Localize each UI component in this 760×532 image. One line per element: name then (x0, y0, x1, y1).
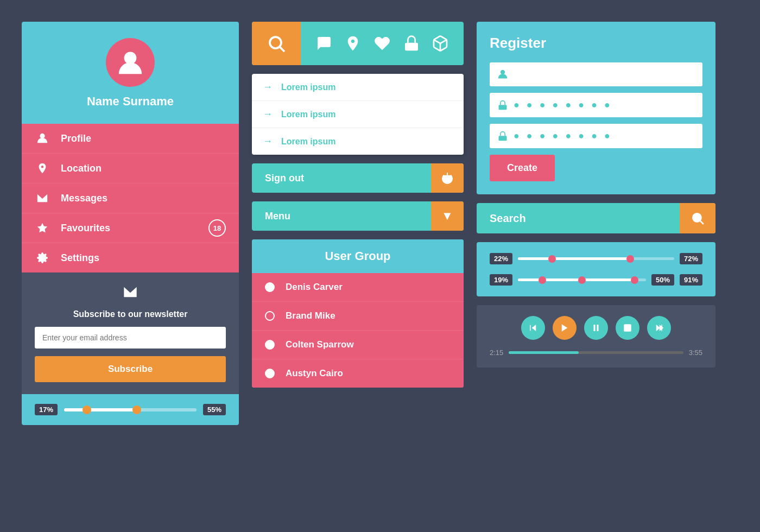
slider-pct1: 17% (35, 404, 58, 415)
slider-r1-p1: 22% (490, 253, 512, 264)
player-controls (490, 316, 702, 340)
svg-marker-13 (532, 325, 536, 331)
star-icon (35, 222, 50, 234)
nav-label-profile: Profile (61, 133, 91, 144)
progress-fill (509, 351, 579, 354)
register-title: Register (490, 35, 702, 52)
svg-rect-18 (624, 324, 631, 332)
slider-track-r2[interactable] (518, 278, 646, 281)
svg-line-4 (280, 47, 284, 52)
svg-marker-15 (562, 324, 568, 332)
svg-point-3 (270, 37, 281, 48)
newsletter-section: Subscribe to our newsletter Subscribe (22, 273, 239, 394)
box-icon[interactable] (432, 35, 449, 52)
sliders-card: 22% 72% 19% 50% 91% (477, 242, 715, 296)
slider-row-r2: 19% 50% 91% (490, 274, 702, 286)
right-panel: Register ● ● ● ● ● ● ● ● ● ● ● ● ● ● ● ●… (477, 22, 715, 368)
power-icon (431, 163, 464, 193)
middle-panel: → Lorem ipsum → Lorem ipsum → Lorem ipsu… (252, 22, 464, 388)
user-group-card: User Group Denis Carver Brand Mike Colte… (252, 239, 464, 388)
nav-label-favourites: Favourites (61, 223, 110, 234)
user-name-4: Austyn Cairo (286, 368, 343, 379)
slider-r1-p2: 72% (680, 253, 702, 264)
progress-track[interactable] (509, 351, 683, 354)
nav-item-settings[interactable]: Settings (22, 243, 239, 273)
menu-button[interactable]: Menu ▼ (252, 201, 464, 231)
dropdown-item-2[interactable]: → Lorem ipsum (252, 101, 464, 128)
nav-item-messages[interactable]: Messages (22, 183, 239, 213)
register-password-field[interactable]: ● ● ● ● ● ● ● ● (490, 93, 702, 117)
arrow-right-icon-2: → (263, 109, 273, 120)
newsletter-envelope-icon (123, 284, 138, 302)
play-button[interactable] (553, 316, 577, 340)
subscribe-button[interactable]: Subscribe (35, 356, 226, 382)
user-row-3[interactable]: Colten Sparrow (252, 331, 464, 359)
time-start: 2:15 (490, 349, 503, 357)
chevron-down-icon: ▼ (431, 201, 464, 231)
slider-track-r1[interactable] (518, 257, 674, 260)
register-card: Register ● ● ● ● ● ● ● ● ● ● ● ● ● ● ● ●… (477, 22, 715, 194)
user-row-4[interactable]: Austyn Cairo (252, 359, 464, 388)
arrow-right-icon-1: → (263, 81, 273, 93)
svg-rect-17 (597, 325, 599, 331)
dropdown-menu: → Lorem ipsum → Lorem ipsum → Lorem ipsu… (252, 74, 464, 155)
user-row-1[interactable]: Denis Carver (252, 273, 464, 302)
player-progress-row: 2:15 3:55 (490, 349, 702, 357)
nav-item-location[interactable]: Location (22, 154, 239, 183)
user-status-dot-3 (265, 340, 275, 350)
dropdown-item-3[interactable]: → Lorem ipsum (252, 128, 464, 155)
svg-rect-16 (594, 325, 596, 331)
create-button[interactable]: Create (490, 155, 555, 181)
nav-label-location: Location (61, 163, 102, 174)
user-row-2[interactable]: Brand Mike (252, 302, 464, 331)
slider-row-left: 17% 55% (35, 404, 226, 415)
slider-r2-p3: 91% (680, 274, 702, 286)
icon-bar-search[interactable] (252, 22, 301, 65)
envelope-icon (35, 192, 50, 204)
signout-label: Sign out (252, 164, 431, 193)
icon-bar (252, 22, 464, 65)
search-bar[interactable]: Search (477, 203, 715, 233)
location-icon (35, 162, 50, 174)
dropdown-text-2: Lorem ipsum (281, 110, 335, 119)
signout-button[interactable]: Sign out (252, 163, 464, 193)
avatar (106, 38, 155, 87)
user-name-3: Colten Sparrow (286, 339, 354, 350)
user-icon (35, 132, 50, 144)
user-name-2: Brand Mike (286, 311, 335, 321)
dropdown-item-1[interactable]: → Lorem ipsum (252, 74, 464, 101)
pin-icon[interactable] (344, 35, 362, 52)
gear-icon (35, 252, 50, 264)
stop-button[interactable] (616, 316, 639, 340)
search-label: Search (477, 204, 680, 233)
arrow-right-icon-3: → (263, 136, 273, 147)
chat-icon[interactable] (315, 35, 333, 52)
slider-row-r1: 22% 72% (490, 253, 702, 264)
slider-section-left: 17% 55% (22, 394, 239, 425)
slider-r2-p1: 19% (490, 274, 512, 286)
rewind-button[interactable] (521, 316, 545, 340)
register-confirm-field[interactable]: ● ● ● ● ● ● ● ● (490, 124, 702, 148)
slider-pct2: 55% (203, 404, 226, 415)
password-dots-1: ● ● ● ● ● ● ● ● (514, 99, 612, 111)
heart-icon[interactable] (373, 35, 391, 52)
profile-name: Name Surname (87, 94, 174, 109)
svg-rect-9 (499, 105, 507, 110)
search-icon (680, 203, 715, 233)
svg-line-12 (700, 221, 704, 224)
user-name-1: Denis Carver (286, 282, 343, 293)
left-panel: Name Surname Profile Location Messa (22, 22, 239, 425)
lock-icon[interactable] (403, 35, 420, 52)
profile-card: Name Surname (22, 22, 239, 124)
newsletter-email-input[interactable] (35, 327, 226, 349)
slider-track-left[interactable] (64, 408, 197, 411)
icon-bar-items (301, 35, 464, 52)
newsletter-title: Subscribe to our newsletter (73, 309, 188, 319)
fast-forward-button[interactable] (647, 316, 671, 340)
register-username-field[interactable] (490, 62, 702, 86)
nav-item-favourites[interactable]: Favourites 18 (22, 213, 239, 243)
slider-r2-p2: 50% (651, 274, 674, 286)
pause-button[interactable] (584, 316, 608, 340)
nav-item-profile[interactable]: Profile (22, 124, 239, 154)
svg-point-8 (501, 70, 505, 74)
